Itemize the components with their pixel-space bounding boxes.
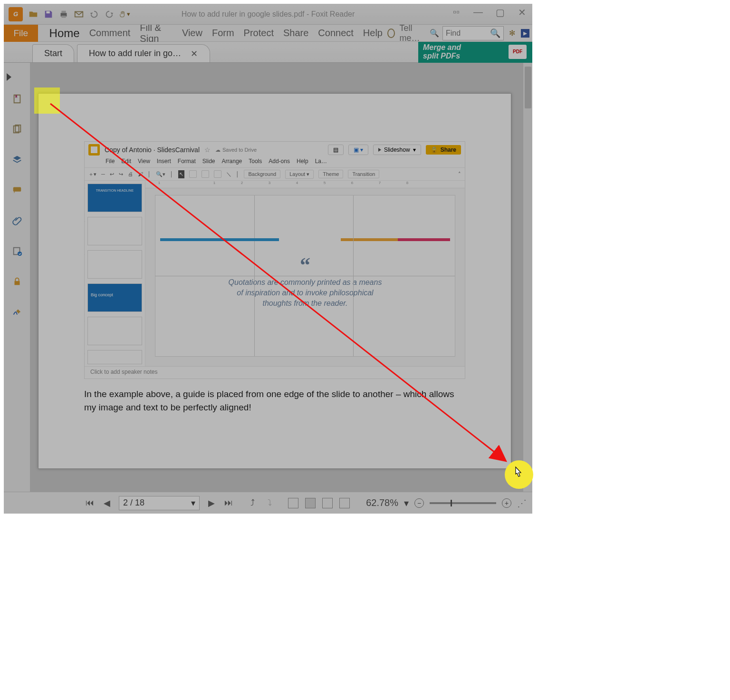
gslides-title: Copy of Antonio · SlidesCarnival [105, 146, 200, 154]
ruler-tick [173, 181, 201, 188]
single-page-icon[interactable] [288, 498, 298, 508]
bookmark-icon[interactable] [10, 92, 24, 106]
prev-view-icon[interactable]: ⤴ [247, 498, 258, 508]
tab-start[interactable]: Start [32, 44, 74, 62]
page-caption: In the example above, a guide is placed … [84, 388, 465, 414]
scrollbar-thumb[interactable] [525, 67, 531, 108]
gear-icon[interactable]: ✻ [507, 28, 517, 39]
tab-home[interactable]: Home [45, 27, 85, 40]
page-number-box[interactable]: 2 / 18▾ [119, 496, 200, 510]
ruler-tick: 1 [145, 181, 173, 188]
next-view-icon[interactable]: ⤵ [264, 498, 275, 508]
tab-view[interactable]: View [177, 28, 207, 39]
close-icon[interactable]: ✕ [516, 7, 528, 18]
share-label: Share [441, 146, 456, 153]
zoom-in-icon[interactable]: + [502, 498, 511, 508]
present-mode-icon: ▣ ▾ [348, 145, 368, 155]
tab-doc[interactable]: How to add ruler in go… ✕ [77, 44, 210, 62]
file-tab[interactable]: File [4, 25, 38, 42]
promo-banner[interactable]: Merge and split PDFs PDF [418, 42, 532, 63]
gs-menu-format: Format [178, 158, 196, 167]
page-number: 2 / 18 [123, 498, 144, 508]
ruler-tick: 1 [201, 181, 228, 188]
tab-close-icon[interactable]: ✕ [191, 49, 198, 59]
svg-rect-3 [61, 15, 66, 18]
cloud-icon: ☁ [215, 147, 221, 153]
tab-start-label: Start [44, 49, 62, 58]
nav-expand-icon[interactable] [7, 73, 11, 81]
titlebar: G ▾ How to add ruler in google slides.pd… [4, 4, 532, 25]
tell-me[interactable]: Tell me… [387, 23, 425, 43]
gslides-toolbar: ＋▾─↩↪🖨🖌│ 🔍▾│ ↖ ＼│ Background Layout ▾ Th… [85, 167, 465, 181]
continuous-page-icon[interactable] [305, 498, 316, 508]
search-extra-icon[interactable]: 🔍 [429, 28, 440, 39]
resize-grip-icon[interactable]: ⋰ [517, 497, 527, 509]
gs-tool-transition: Transition [348, 170, 379, 178]
first-page-icon[interactable]: ⏮ [85, 498, 95, 508]
image-icon [202, 170, 209, 178]
collapse-ribbon-icon[interactable]: ▸ [521, 29, 529, 38]
ribbon-toggle-icon[interactable]: ▫▫ [451, 7, 462, 18]
page-viewport[interactable]: Copy of Antonio · SlidesCarnival ☆ ☁ Sav… [30, 63, 523, 492]
tab-fill[interactable]: Fill & Sign [135, 22, 177, 44]
gs-tool-theme: Theme [318, 170, 343, 178]
attachments-icon[interactable] [10, 214, 24, 227]
maximize-icon[interactable]: ▢ [494, 7, 506, 18]
pdf-chip-icon: PDF [509, 45, 527, 59]
redo-icon[interactable] [104, 9, 115, 20]
security-icon[interactable] [10, 275, 24, 288]
gs-menu-slide: Slide [202, 158, 215, 167]
thumb: 5 [87, 217, 142, 245]
last-page-icon[interactable]: ⏭ [223, 498, 234, 508]
window-controls: ▫▫ ― ▢ ✕ [451, 7, 528, 18]
gslides-screenshot: Copy of Antonio · SlidesCarnival ☆ ☁ Sav… [84, 141, 465, 379]
undo-icon[interactable] [88, 9, 100, 20]
save-icon[interactable] [43, 9, 54, 20]
svg-point-9 [17, 252, 21, 256]
tab-form[interactable]: Form [207, 28, 239, 39]
svg-rect-7 [13, 187, 21, 192]
quick-access-toolbar: ▾ [28, 9, 130, 20]
zoom-dropdown-icon[interactable]: ▾ [404, 497, 409, 509]
tab-help[interactable]: Help [358, 28, 387, 39]
continuous-facing-icon[interactable] [339, 498, 350, 508]
facing-page-icon[interactable] [322, 498, 333, 508]
tell-me-label: Tell me… [400, 23, 425, 43]
hand-tool-icon[interactable]: ▾ [119, 9, 130, 20]
pages-icon[interactable] [10, 123, 24, 136]
prev-page-icon[interactable]: ◀ [102, 498, 112, 508]
gs-menu-last: La… [315, 158, 327, 167]
slide: “ Quotations are commonly printed as a m… [155, 195, 455, 357]
zoom-value[interactable]: 62.78% [366, 497, 398, 508]
gs-tool-background: Background [244, 170, 280, 178]
open-icon[interactable] [28, 9, 39, 20]
find-box[interactable]: Find 🔍 [442, 26, 504, 40]
thumbnail-options-icon[interactable] [10, 244, 24, 258]
tab-share[interactable]: Share [279, 28, 313, 39]
tab-comment[interactable]: Comment [85, 28, 135, 39]
thumb: 7Big concept [87, 283, 142, 312]
print-icon[interactable] [58, 9, 69, 20]
ruler-tick: 5 [311, 181, 338, 188]
email-icon[interactable] [73, 9, 85, 20]
next-page-icon[interactable]: ▶ [206, 498, 217, 508]
thumb: 4TRANSITION HEADLINE [87, 184, 142, 212]
document-tabstrip: Start How to add ruler in go… ✕ Merge an… [4, 42, 532, 63]
zoom-slider[interactable] [430, 502, 496, 504]
tab-protect[interactable]: Protect [239, 28, 279, 39]
saved-to-drive: ☁ Saved to Drive [215, 147, 257, 153]
share-button: 🔒 Share [426, 145, 461, 155]
vertical-scrollbar[interactable] [523, 63, 532, 492]
tab-connect[interactable]: Connect [313, 28, 358, 39]
search-icon[interactable]: 🔍 [490, 28, 500, 39]
comments-icon[interactable] [10, 184, 24, 197]
layers-icon[interactable] [10, 153, 24, 166]
gs-menu-help: Help [297, 158, 308, 167]
slideshow-button: Slideshow ▾ [373, 145, 421, 155]
signatures-icon[interactable] [10, 305, 24, 319]
gslides-canvas: 1 1 2 3 4 5 6 7 8 [145, 181, 465, 366]
minimize-icon[interactable]: ― [472, 7, 484, 18]
speaker-notes: Click to add speaker notes [85, 366, 465, 379]
zoom-out-icon[interactable]: − [414, 498, 424, 508]
gs-menu-addons: Add-ons [269, 158, 290, 167]
